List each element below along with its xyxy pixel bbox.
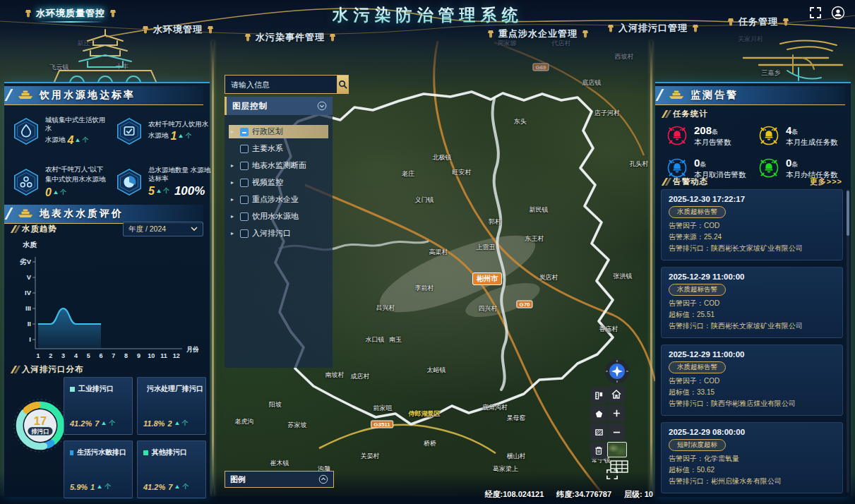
expand-arrow-icon[interactable]: ▸ xyxy=(231,196,237,203)
layer-item-重点涉水企业[interactable]: ▸重点涉水企业 xyxy=(229,193,328,206)
tab-入河排污口管理[interactable]: 入河排污口管理 xyxy=(607,22,699,35)
layer-checkbox[interactable] xyxy=(240,229,249,238)
zoom-in-button[interactable] xyxy=(608,404,625,421)
draw-polygon-tool[interactable] xyxy=(590,405,607,422)
layer-checkbox[interactable] xyxy=(240,162,249,170)
layer-label: 饮用水水源地 xyxy=(252,211,299,222)
stat-unit: 个 xyxy=(185,131,191,140)
road-badge[interactable]: G70 xyxy=(516,301,532,308)
chevron-down-circle-icon xyxy=(317,101,327,111)
water-quality-trend-chart: IIIIIIIVV劣V123456789101112月份 xyxy=(7,251,208,363)
tab-水环境管理[interactable]: 水环境管理 xyxy=(142,23,214,36)
layer-item-视频监控[interactable]: ▸视频监控 xyxy=(229,176,328,189)
layer-checkbox[interactable] xyxy=(240,145,249,153)
home-reset-view-button[interactable] xyxy=(608,385,625,402)
map-place-label: 吕兴村 xyxy=(376,304,395,313)
compass-control[interactable] xyxy=(604,359,630,384)
more-link[interactable]: 更多>>> xyxy=(810,176,842,187)
section-title: 监测告警 xyxy=(690,89,739,102)
layer-item-地表水监测断面[interactable]: ▸地表水监测断面 xyxy=(229,159,328,172)
layer-item-入河排污口[interactable]: ▸入河排污口 xyxy=(229,227,328,240)
legend-bar[interactable]: 图例 xyxy=(225,471,334,488)
map-place-label: 张洪镇 xyxy=(614,272,633,281)
fullscreen-icon[interactable] xyxy=(808,6,823,20)
svg-text:IV: IV xyxy=(25,289,32,296)
alert-card[interactable]: 2025-12-30 17:22:17水质超标告警告警因子：COD告警来源：25… xyxy=(661,189,843,260)
measure-area-tool[interactable] xyxy=(590,424,607,440)
map-place-label: 郭村 xyxy=(489,217,501,227)
layer-checkbox[interactable] xyxy=(240,179,249,187)
ship-icon xyxy=(668,88,685,103)
tab-水污染事件管理[interactable]: 水污染事件管理 xyxy=(244,31,336,44)
section-header-water-source: 饮用水源地达标率 xyxy=(4,86,203,105)
road-badge[interactable]: G3511 xyxy=(371,421,393,428)
alert-detail-line: 超标值：25.51 xyxy=(669,309,835,320)
gold-lamp-icon xyxy=(692,24,699,33)
expand-arrow-icon[interactable]: ▸ xyxy=(231,230,237,236)
stat-sublabel: 水源地 xyxy=(148,131,169,140)
map-fullscreen-icon[interactable] xyxy=(606,469,618,480)
svg-text:劣V: 劣V xyxy=(19,258,32,265)
trend-label: 水质趋势 xyxy=(22,224,57,234)
year-select[interactable]: 年度 / 2024 xyxy=(123,222,203,236)
svg-text:6: 6 xyxy=(99,352,102,359)
outlet-unit: 个 xyxy=(182,419,189,428)
alert-card[interactable]: 2025-12-29 08:00:00短时浓度超标告警因子：化学需氧量超标值：5… xyxy=(661,422,843,493)
layer-item-行政区划[interactable]: ▸行政区划 xyxy=(229,125,328,138)
task-stat: 4条本月生成任务数 xyxy=(757,121,843,150)
delete-tool[interactable] xyxy=(590,442,607,459)
map-place-label: 孔头村 xyxy=(630,160,649,169)
basemap-switcher-thumbnail[interactable] xyxy=(607,442,627,457)
stat-rate: 100% xyxy=(174,184,205,198)
task-stat-unit: 条 xyxy=(712,128,718,136)
map-place-label: 老虎沟 xyxy=(235,417,254,426)
alert-time: 2025-12-29 11:00:00 xyxy=(669,350,835,359)
expand-arrow-icon[interactable]: ▸ xyxy=(231,162,237,169)
map-place-label: 香庙村 xyxy=(599,325,618,334)
map-place-label: 横山村 xyxy=(507,452,526,461)
expand-arrow-icon[interactable]: ▸ xyxy=(231,128,237,135)
chevron-up-circle-icon xyxy=(318,474,328,484)
map-place-label: 关晏村 xyxy=(361,452,380,461)
map-place-label: 侍郎湖景区 xyxy=(409,409,441,419)
alert-card[interactable]: 2025-12-29 11:00:00水质超标告警告警因子：COD超标值：25.… xyxy=(661,267,843,338)
expand-arrow-icon[interactable]: ▸ xyxy=(231,213,237,220)
zoom-out-button[interactable] xyxy=(608,424,625,440)
search-input[interactable] xyxy=(225,75,337,94)
tab-重点涉水企业管理[interactable]: 重点涉水企业管理 xyxy=(487,28,589,40)
tab-任务管理[interactable]: 任务管理 xyxy=(727,16,789,28)
map-status-bar: 经度:108.024121 纬度:34.776787 层级: 10 xyxy=(485,489,653,500)
alert-detail-line: 告警排污口：陕西彬长文家坡矿业有限公司 xyxy=(669,320,835,332)
measure-distance-tool[interactable] xyxy=(590,387,607,404)
water-source-stats: 城镇集中式生活饮用水水源地4个农村千吨万人饮用水水源地1个农村“千吨万人”以下集… xyxy=(11,109,203,205)
road-badge[interactable]: G69 xyxy=(532,64,549,71)
longitude-readout: 经度:108.024121 xyxy=(485,489,544,500)
up-arrow-icon xyxy=(97,485,102,488)
map-place-label: 南玉 xyxy=(389,335,402,344)
page-title: 水污染防治管理系统 xyxy=(333,4,523,26)
alert-type-badge: 水质超标告警 xyxy=(669,361,726,373)
layer-item-饮用水水源地[interactable]: ▸饮用水水源地 xyxy=(229,210,328,223)
up-arrow-icon xyxy=(179,134,183,138)
user-icon[interactable] xyxy=(831,6,845,20)
expand-arrow-icon[interactable]: ▸ xyxy=(231,179,237,186)
tab-水环境质量管控[interactable]: 水环境质量管控 xyxy=(25,7,116,20)
layer-checkbox[interactable] xyxy=(240,212,249,221)
alert-feed-subheader: 告警动态 xyxy=(664,176,708,187)
svg-text:9: 9 xyxy=(137,352,140,359)
layer-item-主要水系[interactable]: 主要水系 xyxy=(229,142,328,155)
outlet-percent: 5.9% xyxy=(70,483,88,491)
search-button[interactable] xyxy=(337,75,349,94)
layer-panel-header[interactable]: 图层控制 xyxy=(225,97,333,115)
alert-scrollbar-thumb[interactable] xyxy=(847,191,849,236)
map-place-label: 阳坡 xyxy=(269,400,282,409)
up-arrow-icon xyxy=(102,421,106,425)
gold-lamp-icon xyxy=(207,25,214,35)
map-place-label: 成店村 xyxy=(351,372,370,381)
layer-checkbox[interactable] xyxy=(240,128,249,136)
molecule-icon xyxy=(11,167,41,197)
city-badge[interactable]: 彬州市 xyxy=(472,272,502,285)
alert-card[interactable]: 2025-12-29 11:00:00水质超标告警告警因子：COD超标值：33.… xyxy=(661,344,843,416)
legend-swatch xyxy=(70,450,73,455)
layer-checkbox[interactable] xyxy=(240,196,249,204)
